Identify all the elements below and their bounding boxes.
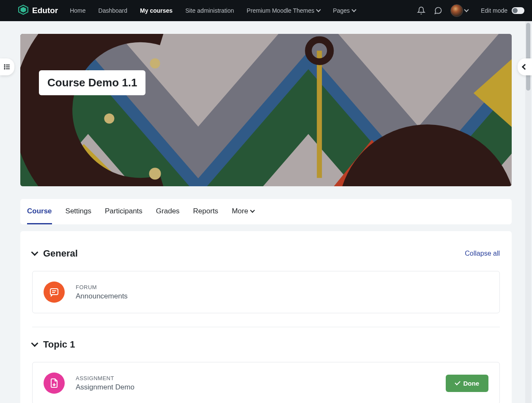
forum-icon bbox=[44, 282, 65, 303]
svg-rect-17 bbox=[50, 289, 58, 295]
tab-participants[interactable]: Participants bbox=[105, 199, 143, 224]
chevron-down-icon bbox=[31, 249, 38, 256]
tab-label: More bbox=[232, 207, 248, 215]
course-tab-bar: Course Settings Participants Grades Repo… bbox=[20, 199, 512, 224]
course-title-card: Course Demo 1.1 bbox=[39, 70, 145, 95]
tab-label: Participants bbox=[105, 207, 143, 215]
section-header: Topic 1 bbox=[32, 339, 500, 350]
assignment-icon bbox=[44, 373, 65, 394]
tab-settings[interactable]: Settings bbox=[66, 199, 91, 224]
tab-grades[interactable]: Grades bbox=[156, 199, 180, 224]
chevron-down-icon bbox=[464, 7, 469, 12]
list-icon bbox=[3, 63, 11, 71]
nav-link-site-admin[interactable]: Site administration bbox=[185, 7, 234, 14]
nav-link-label: Dashboard bbox=[99, 7, 128, 14]
user-menu[interactable] bbox=[450, 4, 468, 17]
course-content: General Collapse all FORUM Announcements… bbox=[20, 231, 512, 403]
nav-link-my-courses[interactable]: My courses bbox=[140, 7, 173, 14]
check-icon bbox=[455, 380, 460, 385]
scrollbar-thumb[interactable] bbox=[526, 23, 530, 91]
done-button[interactable]: Done bbox=[446, 375, 489, 392]
messages-icon[interactable] bbox=[433, 6, 443, 15]
nav-link-label: Pages bbox=[333, 7, 350, 14]
nav-link-label: My courses bbox=[140, 7, 173, 14]
avatar bbox=[450, 4, 463, 17]
page-content: Course Demo 1.1 Course Settings Particip… bbox=[0, 21, 532, 403]
brand-logo-icon bbox=[18, 4, 29, 17]
tab-reports[interactable]: Reports bbox=[193, 199, 219, 224]
chevron-down-icon bbox=[351, 7, 356, 12]
scrollbar[interactable] bbox=[525, 21, 531, 403]
activity-meta: FORUM Announcements bbox=[76, 284, 488, 301]
chevron-down-icon bbox=[316, 7, 321, 12]
edit-mode-control: Edit mode bbox=[481, 7, 524, 14]
tab-course[interactable]: Course bbox=[27, 199, 52, 224]
section-title: General bbox=[43, 248, 78, 259]
edit-mode-toggle[interactable] bbox=[512, 7, 524, 14]
nav-link-label: Premium Moodle Themes bbox=[247, 7, 314, 14]
open-course-index-button[interactable] bbox=[0, 58, 14, 75]
open-block-drawer-button[interactable] bbox=[518, 58, 532, 75]
section-toggle-general[interactable]: General bbox=[32, 248, 78, 259]
nav-link-pages[interactable]: Pages bbox=[333, 7, 356, 14]
tab-label: Settings bbox=[66, 207, 91, 215]
chevron-down-icon bbox=[31, 340, 38, 347]
nav-link-label: Site administration bbox=[185, 7, 234, 14]
edit-mode-label: Edit mode bbox=[481, 7, 507, 14]
nav-link-home[interactable]: Home bbox=[70, 7, 85, 14]
tab-label: Reports bbox=[193, 207, 219, 215]
navbar: Edutor Home Dashboard My courses Site ad… bbox=[0, 0, 532, 21]
nav-actions: Edit mode bbox=[417, 4, 524, 17]
brand-name: Edutor bbox=[32, 6, 58, 15]
done-label: Done bbox=[463, 380, 480, 387]
activity-assignment-demo[interactable]: ASSIGNMENT Assignment Demo Done bbox=[32, 362, 500, 403]
svg-point-2 bbox=[4, 65, 5, 66]
tab-label: Course bbox=[27, 207, 52, 215]
course-hero: Course Demo 1.1 bbox=[20, 34, 512, 186]
svg-marker-1 bbox=[21, 7, 26, 13]
nav-links: Home Dashboard My courses Site administr… bbox=[70, 7, 412, 14]
section-divider bbox=[32, 327, 500, 327]
tab-more[interactable]: More bbox=[232, 199, 254, 224]
section-header: General Collapse all bbox=[32, 248, 500, 259]
activity-announcements[interactable]: FORUM Announcements bbox=[32, 271, 500, 313]
brand[interactable]: Edutor bbox=[18, 4, 58, 17]
activity-meta: ASSIGNMENT Assignment Demo bbox=[76, 375, 435, 392]
course-title: Course Demo 1.1 bbox=[47, 76, 137, 89]
activity-name: Announcements bbox=[76, 292, 488, 301]
activity-type-label: ASSIGNMENT bbox=[76, 375, 435, 381]
activity-name: Assignment Demo bbox=[76, 383, 435, 392]
nav-link-dashboard[interactable]: Dashboard bbox=[99, 7, 128, 14]
activity-type-label: FORUM bbox=[76, 284, 488, 290]
nav-link-premium-themes[interactable]: Premium Moodle Themes bbox=[247, 7, 320, 14]
svg-point-6 bbox=[4, 69, 5, 69]
section-title: Topic 1 bbox=[43, 339, 75, 350]
collapse-all-link[interactable]: Collapse all bbox=[465, 250, 500, 257]
notifications-icon[interactable] bbox=[417, 6, 426, 15]
chevron-down-icon bbox=[250, 208, 255, 213]
svg-point-4 bbox=[4, 66, 5, 67]
chevron-left-icon bbox=[522, 64, 528, 70]
nav-link-label: Home bbox=[70, 7, 85, 14]
section-toggle-topic-1[interactable]: Topic 1 bbox=[32, 339, 75, 350]
tab-label: Grades bbox=[156, 207, 180, 215]
